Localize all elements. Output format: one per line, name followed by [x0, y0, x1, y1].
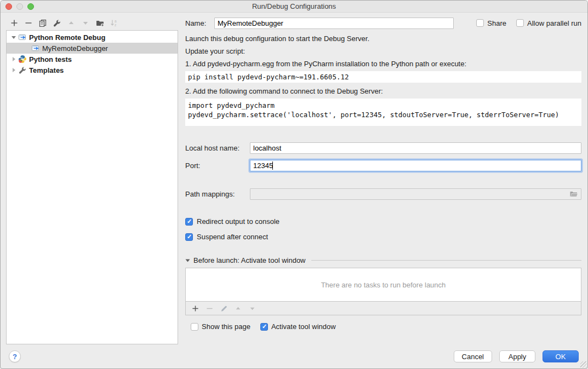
remove-icon [206, 305, 213, 312]
activate-tool-window-checkbox[interactable] [260, 323, 268, 331]
before-launch-tasks-list[interactable]: There are no tasks to run before launch [185, 268, 581, 302]
name-label: Name: [185, 19, 214, 27]
step2-text: 2. Add the following command to connect … [185, 88, 581, 95]
suspend-after-connect-checkbox[interactable] [185, 233, 193, 241]
down-arrow-icon [249, 305, 256, 312]
share-label: Share [487, 19, 506, 27]
tree-item-label: MyRemoteDebugger [42, 44, 108, 53]
configuration-form: Name: Share Allow parallel run Launch th… [185, 17, 581, 331]
down-arrow-icon [82, 19, 89, 27]
remove-configuration-button[interactable] [21, 16, 36, 30]
copy-icon [39, 19, 47, 27]
open-folder-icon [569, 191, 578, 198]
tree-item-label: Python tests [29, 55, 72, 64]
pencil-icon [220, 305, 227, 312]
sort-configurations-button[interactable]: az [107, 16, 121, 30]
port-input[interactable] [250, 160, 581, 171]
port-label: Port: [185, 162, 250, 170]
up-arrow-icon [67, 19, 75, 27]
resize-grip[interactable] [580, 361, 587, 368]
svg-text:z: z [115, 23, 116, 27]
collapsed-arrow-icon[interactable] [10, 67, 18, 73]
move-config-up-button[interactable] [64, 16, 78, 30]
activate-tool-window-label: Activate tool window [271, 322, 336, 331]
expanded-arrow-icon[interactable] [10, 34, 18, 40]
suspend-after-connect-checkbox-group[interactable]: Suspend after connect [185, 233, 581, 241]
local-host-name-input[interactable] [250, 142, 581, 154]
move-config-down-button[interactable] [78, 16, 93, 30]
edit-defaults-button[interactable] [50, 16, 64, 30]
redirect-output-checkbox-group[interactable]: Redirect output to console [185, 217, 581, 226]
new-folder-button[interactable] [93, 16, 107, 30]
allow-parallel-run-checkbox-group[interactable]: Allow parallel run [516, 19, 581, 27]
path-mappings-label: Path mappings: [185, 190, 250, 198]
edit-task-button[interactable] [216, 302, 231, 315]
name-input[interactable] [214, 18, 454, 29]
python-tests-icon [18, 55, 27, 64]
help-button[interactable]: ? [9, 350, 21, 362]
run-config-icon [31, 44, 40, 53]
browse-path-mappings-button[interactable] [568, 189, 579, 199]
settrace-code-line1: import pydevd_pycharm [188, 101, 579, 110]
tree-item-myremotedebugger[interactable]: MyRemoteDebugger [7, 43, 178, 54]
show-this-page-checkbox[interactable] [191, 323, 198, 331]
add-configuration-button[interactable] [7, 16, 21, 30]
show-this-page-checkbox-group[interactable]: Show this page [191, 322, 250, 331]
apply-button[interactable]: Apply [499, 350, 535, 362]
tree-item-label: Templates [29, 66, 64, 74]
update-script-text: Update your script: [185, 48, 581, 55]
wrench-icon [18, 66, 27, 74]
move-task-up-button[interactable] [231, 302, 245, 315]
disclosure-triangle-icon [185, 258, 190, 263]
step1-text: 1. Add pydevd-pycharm.egg from the PyCha… [185, 60, 581, 68]
cancel-button[interactable]: Cancel [454, 350, 492, 362]
suspend-after-connect-label: Suspend after connect [197, 233, 268, 241]
path-mappings-input[interactable] [250, 188, 581, 200]
local-host-name-label: Local host name: [185, 144, 250, 152]
tree-item-templates[interactable]: Templates [7, 65, 178, 76]
share-checkbox-group[interactable]: Share [476, 19, 506, 27]
sort-az-icon: az [110, 19, 118, 27]
up-arrow-icon [235, 305, 242, 312]
new-folder-icon [96, 19, 104, 27]
before-launch-title: Before launch: Activate tool window [193, 256, 306, 264]
add-task-button[interactable] [188, 302, 202, 315]
show-this-page-label: Show this page [202, 322, 250, 331]
share-checkbox[interactable] [476, 19, 484, 27]
settrace-code: import pydevd_pycharm pydevd_pycharm.set… [185, 99, 581, 126]
move-task-down-button[interactable] [245, 302, 259, 315]
text-caret [272, 162, 273, 170]
before-launch-toolbar [185, 302, 581, 315]
empty-tasks-message: There are no tasks to run before launch [321, 281, 446, 289]
help-icon: ? [13, 353, 17, 361]
window-title: Run/Debug Configurations [1, 2, 587, 10]
add-icon [10, 19, 18, 27]
redirect-output-checkbox[interactable] [185, 218, 193, 226]
section-divider [311, 260, 581, 261]
tree-item-python-tests[interactable]: Python tests [7, 54, 178, 65]
run-config-icon [18, 33, 27, 42]
settrace-code-line2: pydevd_pycharm.settrace('localhost', por… [188, 110, 579, 119]
remove-task-button[interactable] [202, 302, 216, 315]
redirect-output-label: Redirect output to console [197, 217, 279, 226]
title-bar: Run/Debug Configurations [1, 1, 587, 13]
svg-text:a: a [115, 19, 117, 23]
run-debug-configurations-dialog: Run/Debug Configurations az [0, 0, 588, 369]
before-launch-section-header[interactable]: Before launch: Activate tool window [185, 256, 581, 264]
configurations-toolbar: az [7, 16, 121, 30]
copy-configuration-button[interactable] [36, 16, 50, 30]
wrench-icon [53, 19, 61, 27]
ok-button[interactable]: OK [543, 350, 579, 362]
pip-install-code: pip install pydevd-pycharm~=191.6605.12 [185, 71, 581, 83]
tree-item-label: Python Remote Debug [29, 33, 105, 42]
intro-text: Launch this debug configuration to start… [185, 35, 581, 43]
add-icon [192, 305, 199, 312]
allow-parallel-run-label: Allow parallel run [527, 19, 581, 27]
remove-icon [25, 19, 32, 27]
configurations-tree: Python Remote Debug MyRemoteDebugger Pyt… [6, 30, 178, 344]
collapsed-arrow-icon[interactable] [10, 56, 18, 62]
allow-parallel-run-checkbox[interactable] [516, 19, 524, 27]
activate-tool-window-checkbox-group[interactable]: Activate tool window [260, 322, 336, 331]
tree-item-python-remote-debug[interactable]: Python Remote Debug [7, 32, 178, 43]
